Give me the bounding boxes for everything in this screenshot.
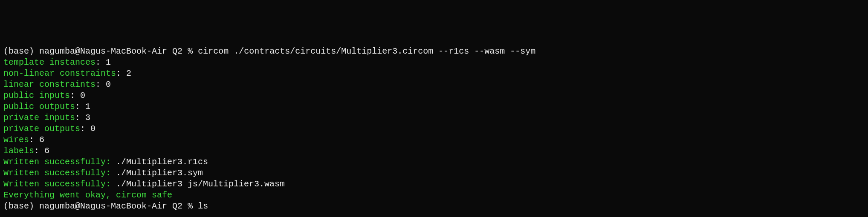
written-label: Written successfully: — [3, 179, 116, 189]
prompt-line-2: (base) nagumba@Nagus-MacBook-Air Q2 % ls — [3, 201, 865, 212]
written-line-1: Written successfully: ./Multiplier3.r1cs — [3, 157, 865, 168]
prompt-env: (base) — [3, 46, 34, 56]
stat-label: public outputs — [3, 102, 75, 111]
prompt-sep: % — [188, 46, 193, 56]
written-label: Written successfully: — [3, 168, 116, 178]
stat-label: wires — [3, 135, 29, 145]
stat-value: : 6 — [34, 146, 49, 156]
stat-label: private inputs — [3, 113, 75, 123]
stat-label: linear constraints — [3, 80, 95, 89]
stat-public-outputs: public outputs: 1 — [3, 101, 865, 112]
stat-linear: linear constraints: 0 — [3, 79, 865, 90]
command-text: ls — [198, 201, 208, 211]
stat-labels: labels: 6 — [3, 146, 865, 157]
stat-label: labels — [3, 146, 34, 156]
stat-value: : 1 — [75, 102, 90, 111]
command-text: circom ./contracts/circuits/Multiplier3.… — [198, 46, 535, 56]
success-line: Everything went okay, circom safe — [3, 190, 865, 201]
stat-label: private outputs — [3, 124, 80, 134]
stat-value: : 3 — [75, 113, 90, 123]
stat-value: : 6 — [29, 135, 44, 145]
prompt-dir: Q2 — [172, 46, 182, 56]
stat-value: : 0 — [80, 124, 95, 134]
written-line-2: Written successfully: ./Multiplier3.sym — [3, 168, 865, 179]
prompt-sep: % — [188, 201, 193, 211]
prompt-dir: Q2 — [172, 201, 182, 211]
written-line-3: Written successfully: ./Multiplier3_js/M… — [3, 179, 865, 190]
prompt-env: (base) — [3, 201, 34, 211]
written-label: Written successfully: — [3, 157, 116, 167]
written-file: ./Multiplier3.r1cs — [116, 157, 208, 167]
prompt-userhost: nagumba@Nagus-MacBook-Air — [39, 201, 167, 211]
stat-wires: wires: 6 — [3, 134, 865, 146]
stat-value: : 0 — [95, 80, 111, 89]
stat-value: : 1 — [95, 57, 111, 67]
prompt-line-1: (base) nagumba@Nagus-MacBook-Air Q2 % ci… — [3, 46, 865, 57]
prompt-userhost: nagumba@Nagus-MacBook-Air — [39, 46, 167, 56]
terminal-output[interactable]: (base) nagumba@Nagus-MacBook-Air Q2 % ci… — [3, 46, 865, 212]
written-file: ./Multiplier3.sym — [116, 168, 203, 178]
stat-label: non-linear constraints — [3, 69, 116, 78]
stat-public-inputs: public inputs: 0 — [3, 90, 865, 101]
stat-template-instances: template instances: 1 — [3, 57, 865, 68]
stat-private-inputs: private inputs: 3 — [3, 112, 865, 123]
stat-value: : 2 — [116, 69, 131, 78]
stat-private-outputs: private outputs: 0 — [3, 123, 865, 134]
stat-label: public inputs — [3, 91, 70, 100]
stat-value: : 0 — [70, 91, 85, 100]
stat-label: template instances — [3, 57, 95, 67]
success-message: Everything went okay, circom safe — [3, 190, 172, 200]
written-file: ./Multiplier3_js/Multiplier3.wasm — [116, 179, 285, 189]
stat-non-linear: non-linear constraints: 2 — [3, 68, 865, 79]
